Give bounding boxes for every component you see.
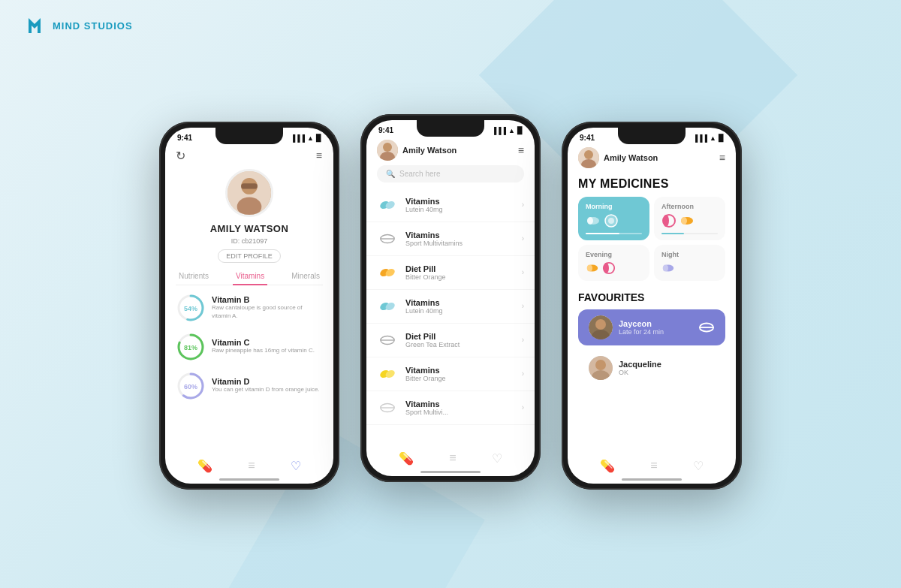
jacqueline-status: OK: [619, 369, 715, 376]
medicine-item[interactable]: Vitamins Bitter Orange ›: [366, 357, 535, 391]
med-name: Diet Pill: [405, 264, 514, 273]
medicine-item[interactable]: Vitamins Lutein 40mg ›: [366, 290, 535, 324]
nav-pills-icon[interactable]: 💊: [399, 451, 414, 466]
evening-label: Evening: [586, 251, 642, 258]
evening-pill-2: [602, 261, 616, 275]
medicine-item[interactable]: Vitamins Sport Multivi... ›: [366, 391, 535, 425]
med-name: Vitamins: [405, 298, 514, 307]
pill-icon-gray2: [379, 332, 396, 348]
jayceon-name: Jayceon: [619, 319, 692, 328]
phone-2-notch: [417, 120, 484, 137]
menu-icon[interactable]: ≡: [316, 149, 323, 161]
med-sub: Sport Multivitamins: [405, 240, 514, 247]
schedule-night[interactable]: Night: [654, 245, 725, 281]
vitamin-b-info: Vitamin B Raw cantaloupe is good source …: [212, 295, 323, 320]
chevron-icon: ›: [522, 234, 524, 243]
med-info: Diet Pill Bitter Orange: [405, 264, 514, 281]
med-pill-icon: [377, 397, 398, 418]
phone-1: 9:41 ▐▐▐ ▲ ▉ ↻ ≡: [159, 122, 339, 490]
svg-point-38: [663, 215, 669, 227]
profile-name: AMILY WATSON: [210, 223, 289, 234]
vitamin-d-progress: 60%: [176, 371, 206, 401]
medicine-list: Vitamins Lutein 40mg › Vitamins: [366, 188, 535, 425]
med-name: Vitamins: [405, 197, 514, 206]
morning-progress: [586, 233, 642, 234]
chevron-icon: ›: [522, 369, 524, 378]
vitamin-c-desc: Raw pineapple has 16mg of vitamin C.: [212, 347, 323, 354]
battery-icon: ▉: [316, 134, 321, 142]
pill-icon-orange: [379, 264, 396, 281]
nav-heart-icon[interactable]: ♡: [693, 459, 704, 473]
schedule-evening[interactable]: Evening: [578, 245, 649, 281]
evening-pill-1: [586, 261, 599, 275]
phone-2-header: Amily Watson ≡: [366, 137, 535, 165]
nav-heart-icon[interactable]: ♡: [492, 451, 502, 466]
svg-text:54%: 54%: [184, 305, 197, 312]
svg-text:60%: 60%: [184, 383, 197, 390]
jayceon-avatar-img: [589, 315, 613, 339]
phone-3-menu-icon[interactable]: ≡: [719, 152, 725, 164]
med-name: Vitamins: [405, 400, 514, 409]
user-avatar-img: [578, 147, 599, 168]
phone-1-content: ↻ ≡ AMILY WATSON ID: cb21097: [165, 144, 333, 401]
schedule-morning[interactable]: Morning: [578, 197, 649, 240]
vitamin-item: 54% Vitamin B Raw cantaloupe is good sou…: [176, 293, 323, 323]
med-info: Diet Pill Green Tea Extract: [405, 332, 514, 348]
jacqueline-avatar: [589, 356, 613, 380]
schedule-grid: Morning: [568, 197, 736, 288]
med-info: Vitamins Bitter Orange: [405, 366, 514, 382]
nav-list-icon[interactable]: ≡: [449, 451, 456, 466]
afternoon-pill-1: [661, 213, 677, 228]
evening-pills: [586, 261, 642, 275]
afternoon-pills: [661, 213, 718, 228]
favourite-item-jacqueline[interactable]: Jacqueline OK: [578, 350, 725, 386]
nav-heart-icon[interactable]: ♡: [291, 459, 301, 473]
medicine-item[interactable]: Diet Pill Green Tea Extract ›: [366, 324, 535, 357]
vitamin-list: 54% Vitamin B Raw cantaloupe is good sou…: [176, 293, 323, 401]
svg-rect-3: [241, 183, 258, 188]
avatar-image: [228, 171, 271, 215]
refresh-icon[interactable]: ↻: [176, 149, 185, 163]
vitamin-d-name: Vitamin D: [212, 377, 323, 386]
search-bar[interactable]: 🔍 Search here: [377, 165, 524, 182]
edit-profile-button[interactable]: EDIT PROFILE: [218, 249, 280, 263]
favourites-title: FAVOURITES: [568, 288, 736, 309]
chevron-icon: ›: [522, 403, 524, 412]
morning-pill-2: [604, 213, 619, 228]
phone-3-screen: 9:41 ▐▐▐ ▲ ▉ Amily: [568, 128, 736, 484]
vitamin-b-progress: 54%: [176, 293, 206, 323]
favourite-item-jayceon[interactable]: Jayceon Late for 24 min: [578, 309, 725, 345]
med-sub: Lutein 40mg: [405, 307, 514, 315]
med-pill-icon: [377, 228, 398, 249]
med-name: Vitamins: [405, 366, 514, 375]
vitamin-d-info: Vitamin D You can get vitamin D from ora…: [212, 377, 323, 394]
nav-list-icon[interactable]: ≡: [248, 459, 255, 473]
night-pill: [661, 261, 675, 275]
med-pill-icon: [377, 330, 398, 351]
tab-minerals[interactable]: Minerals: [288, 270, 323, 282]
logo-area: MIND STUDIOS: [23, 14, 133, 38]
phone-2-status-icons: ▐▐▐ ▲ ▉: [492, 127, 523, 134]
medicine-item[interactable]: Vitamins Sport Multivitamins ›: [366, 222, 535, 256]
med-pill-icon: [377, 262, 398, 283]
chevron-icon: ›: [522, 268, 524, 276]
nav-pills-icon[interactable]: 💊: [600, 459, 615, 473]
phone-2-menu-icon[interactable]: ≡: [518, 144, 524, 156]
svg-point-31: [584, 150, 593, 159]
vitamin-c-progress: 81%: [176, 332, 206, 362]
chevron-icon: ›: [522, 201, 524, 209]
search-placeholder: Search here: [399, 170, 440, 178]
nav-pills-icon[interactable]: 💊: [197, 459, 212, 473]
med-info: Vitamins Lutein 40mg: [405, 197, 514, 213]
svg-point-46: [663, 264, 668, 271]
phone-1-status-icons: ▐▐▐ ▲ ▉: [291, 134, 321, 142]
nav-list-icon[interactable]: ≡: [650, 459, 657, 473]
tab-nutrients[interactable]: Nutrients: [176, 270, 212, 282]
wifi-icon: ▲: [508, 127, 515, 134]
svg-point-40: [681, 217, 687, 225]
chevron-icon: ›: [522, 336, 524, 344]
tab-vitamins[interactable]: Vitamins: [233, 270, 267, 285]
medicine-item[interactable]: Diet Pill Bitter Orange ›: [366, 256, 535, 290]
schedule-afternoon[interactable]: Afternoon: [654, 197, 725, 240]
medicine-item[interactable]: Vitamins Lutein 40mg ›: [366, 188, 535, 222]
